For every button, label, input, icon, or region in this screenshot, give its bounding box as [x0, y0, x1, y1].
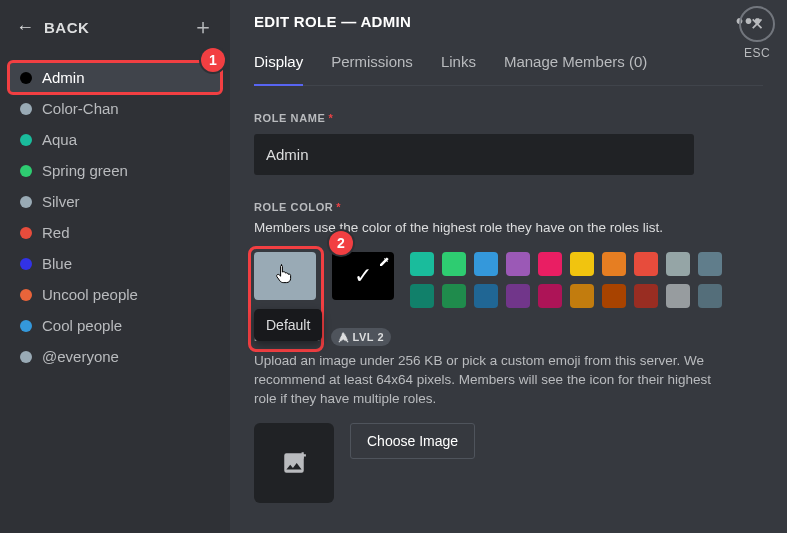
tab[interactable]: Display	[254, 53, 303, 86]
add-role-icon[interactable]: ＋	[192, 12, 214, 42]
role-label: Admin	[42, 69, 85, 86]
color-swatch[interactable]	[634, 284, 658, 308]
tab[interactable]: Links	[441, 53, 476, 86]
role-color-dot	[20, 320, 32, 332]
color-swatch[interactable]	[570, 284, 594, 308]
color-swatch[interactable]	[634, 252, 658, 276]
annotation-badge-1: 1	[201, 48, 225, 72]
role-color-dot	[20, 72, 32, 84]
color-swatch[interactable]	[410, 252, 434, 276]
color-swatch[interactable]	[442, 252, 466, 276]
sidebar-role-item[interactable]: Spring green	[10, 155, 220, 186]
color-swatch[interactable]	[506, 252, 530, 276]
default-color-tooltip: Default	[254, 309, 322, 341]
close-button[interactable]: ✕	[739, 6, 775, 42]
role-color-dot	[20, 196, 32, 208]
color-swatch-row-1	[410, 252, 722, 276]
role-color-dot	[20, 103, 32, 115]
color-swatch[interactable]	[666, 284, 690, 308]
cursor-hand-icon	[275, 262, 295, 289]
color-swatch-row-2	[410, 284, 722, 308]
sidebar-role-item[interactable]: Silver	[10, 186, 220, 217]
annotation-badge-2: 2	[329, 231, 353, 255]
level-badge: ⮝ LVL 2	[331, 328, 392, 346]
role-color-label: ROLE COLOR*	[254, 201, 763, 213]
role-color-dot	[20, 289, 32, 301]
check-icon: ✓	[354, 263, 372, 289]
close-icon: ✕	[750, 14, 764, 35]
role-color-dot	[20, 165, 32, 177]
role-name-label: ROLE NAME*	[254, 112, 763, 124]
role-label: Spring green	[42, 162, 128, 179]
sidebar-role-item[interactable]: Red	[10, 217, 220, 248]
role-label: Silver	[42, 193, 80, 210]
role-name-input[interactable]	[254, 134, 694, 175]
color-swatch[interactable]	[538, 252, 562, 276]
choose-image-button[interactable]: Choose Image	[350, 423, 475, 459]
role-label: Red	[42, 224, 70, 241]
esc-label: ESC	[744, 46, 770, 60]
color-swatch[interactable]	[506, 284, 530, 308]
sidebar-role-item[interactable]: @everyone	[10, 341, 220, 372]
color-swatch[interactable]	[698, 284, 722, 308]
sidebar-role-item[interactable]: Color-Chan	[10, 93, 220, 124]
page-title: EDIT ROLE — ADMIN	[254, 13, 411, 30]
role-color-dot	[20, 351, 32, 363]
image-add-icon	[281, 450, 307, 476]
tab[interactable]: Manage Members (0)	[504, 53, 647, 86]
role-label: Aqua	[42, 131, 77, 148]
color-swatch[interactable]	[698, 252, 722, 276]
roles-sidebar: ← BACK ＋ AdminColor-ChanAquaSpring green…	[0, 0, 230, 533]
tabs: DisplayPermissionsLinksManage Members (0…	[254, 53, 763, 86]
back-label: BACK	[44, 19, 89, 36]
color-swatch[interactable]	[474, 284, 498, 308]
role-icon-help: Upload an image under 256 KB or pick a c…	[254, 352, 714, 409]
role-color-dot	[20, 134, 32, 146]
color-swatch[interactable]	[538, 284, 562, 308]
color-swatch[interactable]	[666, 252, 690, 276]
default-color-swatch[interactable]	[254, 252, 316, 300]
role-list: AdminColor-ChanAquaSpring greenSilverRed…	[10, 62, 220, 372]
role-label: Cool people	[42, 317, 122, 334]
upload-image-box[interactable]	[254, 423, 334, 503]
role-label: Blue	[42, 255, 72, 272]
color-swatch[interactable]	[602, 252, 626, 276]
sidebar-role-item[interactable]: Aqua	[10, 124, 220, 155]
sidebar-role-item[interactable]: Cool people	[10, 310, 220, 341]
color-swatch[interactable]	[474, 252, 498, 276]
sidebar-role-item[interactable]: Blue	[10, 248, 220, 279]
tab[interactable]: Permissions	[331, 53, 413, 86]
color-swatch[interactable]	[570, 252, 594, 276]
back-button[interactable]: ← BACK	[16, 17, 89, 38]
color-swatch[interactable]	[602, 284, 626, 308]
role-color-dot	[20, 227, 32, 239]
sidebar-role-item[interactable]: Uncool people	[10, 279, 220, 310]
role-label: @everyone	[42, 348, 119, 365]
sidebar-role-item[interactable]: Admin	[10, 62, 220, 93]
role-label: Color-Chan	[42, 100, 119, 117]
role-color-dot	[20, 258, 32, 270]
color-swatch[interactable]	[442, 284, 466, 308]
role-label: Uncool people	[42, 286, 138, 303]
eyedropper-icon	[378, 256, 390, 270]
custom-color-swatch[interactable]: ✓	[332, 252, 394, 300]
arrow-left-icon: ←	[16, 17, 34, 38]
main-panel: EDIT ROLE — ADMIN ••• DisplayPermissions…	[230, 0, 787, 533]
color-swatch[interactable]	[410, 284, 434, 308]
